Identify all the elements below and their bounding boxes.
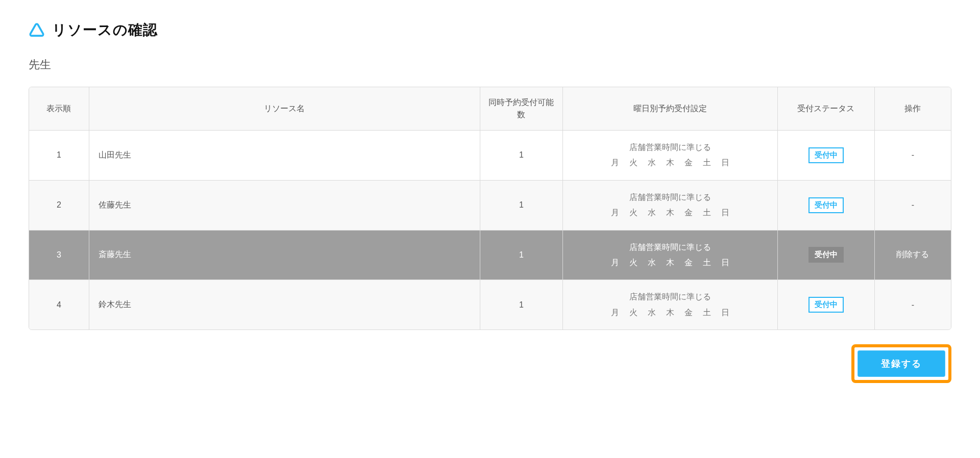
day-label: 木 (666, 305, 674, 320)
cell-name: 鈴木先生 (89, 280, 480, 329)
col-header-operation: 操作 (874, 87, 951, 131)
day-label: 金 (684, 155, 693, 170)
cell-capacity: 1 (480, 180, 563, 230)
day-label: 水 (648, 255, 656, 270)
day-label: 月 (611, 205, 619, 220)
submit-button[interactable]: 登録する (857, 350, 945, 377)
day-list: 月火水木金土日 (568, 205, 772, 220)
col-header-status: 受付ステータス (777, 87, 874, 131)
day-label: 火 (629, 155, 638, 170)
status-badge: 受付中 (808, 247, 844, 263)
cell-order: 3 (29, 230, 89, 280)
resource-table: 表示順 リソース名 同時予約受付可能数 曜日別予約受付設定 受付ステータス 操作… (29, 87, 951, 330)
day-rule-text: 店舗営業時間に準じる (568, 289, 772, 304)
status-badge: 受付中 (808, 147, 844, 163)
day-label: 火 (629, 305, 638, 320)
cell-status: 受付中 (777, 131, 874, 181)
cell-status: 受付中 (777, 230, 874, 280)
status-badge: 受付中 (808, 297, 844, 313)
cell-day-setting: 店舗営業時間に準じる月火水木金土日 (563, 131, 778, 181)
cell-capacity: 1 (480, 280, 563, 329)
day-label: 水 (648, 205, 656, 220)
cell-day-setting: 店舗営業時間に準じる月火水木金土日 (563, 180, 778, 230)
day-label: 土 (703, 205, 711, 220)
table-row: 1山田先生1店舗営業時間に準じる月火水木金土日受付中- (29, 131, 951, 181)
cell-order: 4 (29, 280, 89, 329)
day-label: 木 (666, 155, 674, 170)
cell-status: 受付中 (777, 280, 874, 329)
day-label: 月 (611, 255, 619, 270)
day-label: 土 (703, 255, 711, 270)
col-header-day-setting: 曜日別予約受付設定 (563, 87, 778, 131)
cell-order: 2 (29, 180, 89, 230)
day-label: 金 (684, 305, 693, 320)
day-label: 水 (648, 155, 656, 170)
day-rule-text: 店舗営業時間に準じる (568, 140, 772, 155)
table-row: 3斎藤先生1店舗営業時間に準じる月火水木金土日受付中削除する (29, 230, 951, 280)
cell-name: 山田先生 (89, 131, 480, 181)
day-label: 金 (684, 255, 693, 270)
day-label: 金 (684, 205, 693, 220)
day-label: 木 (666, 205, 674, 220)
day-label: 月 (611, 155, 619, 170)
day-label: 日 (721, 305, 729, 320)
cell-name: 佐藤先生 (89, 180, 480, 230)
day-label: 土 (703, 305, 711, 320)
day-list: 月火水木金土日 (568, 155, 772, 170)
day-label: 日 (721, 155, 729, 170)
section-title: 先生 (29, 57, 951, 72)
day-list: 月火水木金土日 (568, 255, 772, 270)
day-label: 水 (648, 305, 656, 320)
cell-capacity: 1 (480, 230, 563, 280)
cell-status: 受付中 (777, 180, 874, 230)
day-label: 日 (721, 255, 729, 270)
cell-day-setting: 店舗営業時間に準じる月火水木金土日 (563, 280, 778, 329)
table-row: 4鈴木先生1店舗営業時間に準じる月火水木金土日受付中- (29, 280, 951, 329)
cell-operation[interactable]: 削除する (874, 230, 951, 280)
cell-operation: - (874, 131, 951, 181)
triangle-icon (29, 22, 45, 38)
day-rule-text: 店舗営業時間に準じる (568, 240, 772, 255)
submit-highlight: 登録する (851, 344, 951, 383)
page-header: リソースの確認 (29, 20, 951, 40)
col-header-capacity: 同時予約受付可能数 (480, 87, 563, 131)
table-head: 表示順 リソース名 同時予約受付可能数 曜日別予約受付設定 受付ステータス 操作 (29, 87, 951, 131)
actions-bar: 登録する (29, 344, 951, 383)
status-badge: 受付中 (808, 197, 844, 213)
day-label: 土 (703, 155, 711, 170)
day-rule-text: 店舗営業時間に準じる (568, 190, 772, 205)
day-label: 月 (611, 305, 619, 320)
table-body: 1山田先生1店舗営業時間に準じる月火水木金土日受付中-2佐藤先生1店舗営業時間に… (29, 131, 951, 330)
day-label: 日 (721, 205, 729, 220)
col-header-order: 表示順 (29, 87, 89, 131)
cell-name: 斎藤先生 (89, 230, 480, 280)
cell-day-setting: 店舗営業時間に準じる月火水木金土日 (563, 230, 778, 280)
cell-capacity: 1 (480, 131, 563, 181)
day-label: 火 (629, 205, 638, 220)
cell-operation: - (874, 180, 951, 230)
page-title: リソースの確認 (52, 20, 158, 40)
day-list: 月火水木金土日 (568, 305, 772, 320)
table-row: 2佐藤先生1店舗営業時間に準じる月火水木金土日受付中- (29, 180, 951, 230)
cell-order: 1 (29, 131, 89, 181)
day-label: 火 (629, 255, 638, 270)
col-header-name: リソース名 (89, 87, 480, 131)
cell-operation: - (874, 280, 951, 329)
day-label: 木 (666, 255, 674, 270)
